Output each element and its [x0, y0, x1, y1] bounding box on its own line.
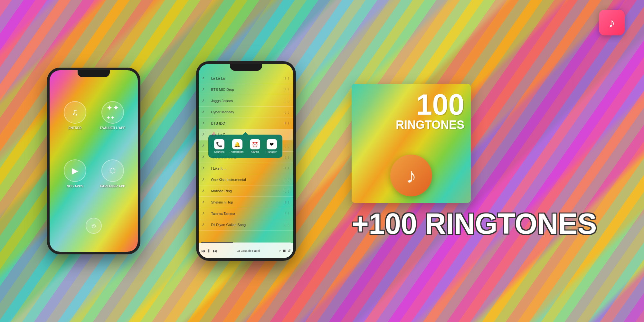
- partager-icon: ⬡: [101, 159, 124, 182]
- drag-handle: ⋮⋮: [284, 201, 290, 204]
- rewind-button[interactable]: ⏮: [201, 248, 206, 253]
- note-icon: ♪: [202, 120, 208, 127]
- heart-icon: ❤: [267, 139, 277, 149]
- list-item[interactable]: ♪ Jagga Jasoos ⋮⋮: [199, 95, 293, 107]
- song-list[interactable]: ♪ La La La ⋮⋮ ♪ BTS MIC Drop ⋮⋮ ♪ Jagga …: [199, 73, 293, 242]
- player-extra-controls: ⌂ ⏹ ↺: [279, 249, 291, 253]
- ctx-sonnerie[interactable]: 📞 Sonnerie: [212, 137, 226, 155]
- context-menu-row: 📞 Sonnerie 🔔 Notification ⏰ Alarme: [211, 137, 280, 155]
- song-title: Mafiosa Ring: [211, 189, 282, 193]
- repeat-icon[interactable]: ↺: [288, 249, 291, 253]
- note-icon: ♪: [202, 143, 208, 149]
- note-icon: ♪: [202, 176, 208, 183]
- icon-exit[interactable]: ⎋: [59, 206, 128, 245]
- player-title: La Casa de Papel: [219, 249, 278, 252]
- phone2-notch: [230, 64, 262, 71]
- list-item[interactable]: ♪ One Kiss Instrumental ⋮⋮: [199, 174, 293, 185]
- album-art: 100 RINGTONES: [352, 84, 471, 203]
- album-number: 100: [396, 90, 464, 119]
- drag-handle: ⋮⋮: [284, 223, 290, 227]
- entrer-icon: ♫: [64, 101, 86, 124]
- context-menu[interactable]: 📞 Sonnerie 🔔 Notification ⏰ Alarme: [208, 135, 282, 158]
- evaluer-label: EVALUER L'APP: [100, 126, 126, 130]
- note-icon: ♪: [202, 199, 208, 205]
- note-icon: ♪: [202, 131, 208, 138]
- list-item[interactable]: ♪ Tamma Tamma ⋮⋮: [199, 208, 293, 219]
- note-icon: ♪: [202, 98, 208, 104]
- phone2: ♪ La La La ⋮⋮ ♪ BTS MIC Drop ⋮⋮ ♪ Jagga …: [196, 61, 296, 261]
- note-icon: ♪: [202, 210, 208, 217]
- note-icon: ♪: [202, 86, 208, 93]
- sonnerie-label: Sonnerie: [214, 150, 224, 153]
- song-title: I Like It ...: [211, 166, 282, 170]
- drag-handle: ⋮⋮: [284, 88, 290, 91]
- home-icon[interactable]: ⌂: [279, 249, 281, 253]
- drag-handle: ⋮⋮: [284, 189, 290, 193]
- icon-nos-apps[interactable]: ▶ NOS APPS: [59, 148, 90, 200]
- song-title: Jagga Jasoos: [211, 99, 282, 103]
- phone1: ♫ ENTRER ✦✦✦✦ EVALUER L'APP ▶ NOS APPS: [47, 68, 140, 254]
- note-icon: ♪: [202, 154, 208, 160]
- phone2-screen: ♪ La La La ⋮⋮ ♪ BTS MIC Drop ⋮⋮ ♪ Jagga …: [199, 64, 293, 258]
- note-icon: ♪: [202, 75, 208, 81]
- evaluer-icon: ✦✦✦✦: [101, 101, 124, 124]
- list-item[interactable]: ♪ BTS IDO ⋮⋮: [199, 118, 293, 129]
- drag-handle: ⋮⋮: [284, 99, 290, 103]
- partager-menu-label: Partager: [267, 150, 277, 153]
- song-title: Shekini ni Top: [211, 200, 282, 204]
- note-icon: ♪: [202, 109, 208, 115]
- drag-handle: ⋮⋮: [284, 110, 290, 114]
- pause-button[interactable]: ⏸: [207, 248, 212, 253]
- list-item[interactable]: ♪ Dil Diyan Gallan Song ⋮⋮: [199, 219, 293, 231]
- big-ringtones-text: +100 RINGTONES: [352, 209, 597, 238]
- nos-apps-icon: ▶: [64, 159, 86, 182]
- list-item[interactable]: ♪ I Like It ... ⋮⋮: [199, 163, 293, 174]
- drag-handle: ⋮⋮: [284, 167, 290, 170]
- song-title: La La La: [211, 76, 282, 80]
- phone1-notch: [78, 70, 110, 77]
- song-title: BTS MIC Drop: [211, 88, 282, 91]
- list-item[interactable]: ♪ Cyber Monday ⋮⋮: [199, 107, 293, 118]
- forward-button[interactable]: ⏭: [213, 248, 217, 253]
- note-icon: ♪: [202, 165, 208, 172]
- drag-handle: ⋮⋮: [284, 77, 290, 80]
- phone1-screen: ♫ ENTRER ✦✦✦✦ EVALUER L'APP ▶ NOS APPS: [50, 70, 138, 252]
- list-item[interactable]: ♪ La La La ⋮⋮: [199, 73, 293, 84]
- ctx-notification[interactable]: 🔔 Notification: [229, 137, 246, 155]
- list-item[interactable]: ♪ Shekini ni Top ⋮⋮: [199, 197, 293, 208]
- drag-handle: ⋮⋮: [284, 212, 290, 215]
- drag-handle: ⋮⋮: [284, 178, 290, 182]
- drag-handle: ⋮⋮: [284, 144, 290, 148]
- ctx-alarme[interactable]: ⏰ Alarme: [248, 137, 262, 155]
- drag-handle: ⋮⋮: [284, 156, 290, 159]
- progress-bar[interactable]: [201, 242, 291, 243]
- ctx-partager[interactable]: ❤ Partager: [265, 137, 279, 155]
- list-item[interactable]: ♪ Mafiosa Ring ⋮⋮: [199, 185, 293, 197]
- icon-partager[interactable]: ⬡ PARTAGER APP: [97, 148, 128, 200]
- song-title: Cyber Monday: [211, 110, 282, 114]
- icon-evaluer[interactable]: ✦✦✦✦ EVALUER L'APP: [97, 90, 128, 141]
- list-item[interactable]: ♪ BTS MIC Drop ⋮⋮: [199, 84, 293, 95]
- partager-label: PARTAGER APP: [100, 185, 125, 188]
- main-content: ♫ ENTRER ✦✦✦✦ EVALUER L'APP ▶ NOS APPS: [0, 0, 644, 322]
- phone-icon: 📞: [214, 139, 224, 149]
- drag-handle: ⋮⋮: [284, 122, 290, 125]
- icon-entrer[interactable]: ♫ ENTRER: [59, 90, 90, 141]
- entrer-label: ENTRER: [68, 126, 81, 130]
- album-art-text: 100 RINGTONES: [396, 90, 464, 131]
- song-title: One Kiss Instrumental: [211, 178, 282, 182]
- song-title: Tamma Tamma: [211, 212, 282, 215]
- song-title: Dil Diyan Gallan Song: [211, 223, 282, 227]
- note-icon: ♪: [202, 222, 208, 228]
- song-title: BTS IDO: [211, 121, 282, 125]
- album-music-icon: [390, 155, 432, 196]
- alarme-label: Alarme: [251, 150, 259, 153]
- right-section: 100 RINGTONES +100 RINGTONES: [352, 84, 597, 238]
- notification-label: Notification: [231, 150, 244, 153]
- nos-apps-label: NOS APPS: [67, 185, 83, 188]
- album-title: RINGTONES: [396, 119, 464, 131]
- progress-fill: [201, 242, 232, 243]
- stop-icon[interactable]: ⏹: [282, 249, 286, 253]
- notification-icon: 🔔: [232, 139, 242, 149]
- player-bar: ⏮ ⏸ ⏭ La Casa de Papel ⌂ ⏹ ↺: [199, 243, 293, 258]
